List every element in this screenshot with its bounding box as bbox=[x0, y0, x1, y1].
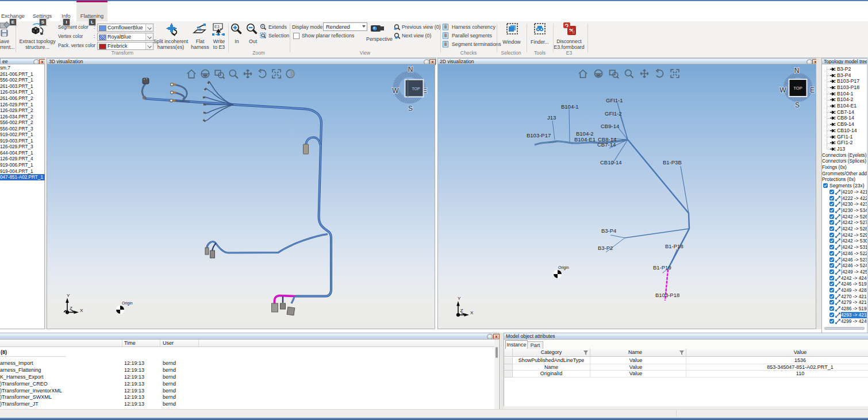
svg-text:TOP: TOP bbox=[793, 86, 802, 91]
svg-text:TOP: TOP bbox=[412, 87, 420, 91]
svg-text:CB9-14: CB9-14 bbox=[601, 123, 619, 129]
svg-text:X: X bbox=[470, 310, 474, 315]
svg-text:B103-P17: B103-P17 bbox=[527, 132, 551, 138]
svg-text:CB7-14: CB7-14 bbox=[597, 141, 616, 148]
svg-text:CB10-14: CB10-14 bbox=[600, 159, 622, 165]
svg-text:Z: Z bbox=[70, 306, 72, 311]
svg-text:GFI1-2: GFI1-2 bbox=[605, 110, 622, 117]
svg-text:S: S bbox=[795, 101, 800, 109]
svg-text:Origin: Origin bbox=[558, 265, 569, 270]
svg-text:W: W bbox=[779, 86, 786, 94]
svg-text:B1-P18: B1-P18 bbox=[665, 243, 683, 249]
svg-text:E: E bbox=[810, 86, 815, 94]
svg-text:Z: Z bbox=[460, 308, 463, 313]
svg-text:B1-P19: B1-P19 bbox=[653, 264, 671, 271]
svg-text:B1-P3B: B1-P3B bbox=[663, 159, 682, 165]
svg-text:B3-P2: B3-P2 bbox=[598, 245, 613, 251]
svg-text:GFI1-1: GFI1-1 bbox=[606, 97, 623, 103]
svg-text:Y: Y bbox=[67, 293, 70, 298]
svg-text:W: W bbox=[392, 87, 399, 95]
svg-text:J13: J13 bbox=[547, 114, 556, 121]
svg-text:Origin: Origin bbox=[122, 301, 133, 306]
svg-text:S: S bbox=[408, 105, 413, 113]
svg-text:B104-E1: B104-E1 bbox=[574, 136, 596, 142]
svg-text:B103-P18: B103-P18 bbox=[655, 292, 679, 298]
svg-text:Y: Y bbox=[458, 296, 461, 301]
svg-text:B104-1: B104-1 bbox=[561, 103, 579, 110]
svg-text:N: N bbox=[408, 65, 413, 74]
svg-text:X: X bbox=[80, 308, 83, 313]
svg-text:N: N bbox=[794, 67, 800, 75]
svg-text:B3-P4: B3-P4 bbox=[601, 228, 616, 234]
